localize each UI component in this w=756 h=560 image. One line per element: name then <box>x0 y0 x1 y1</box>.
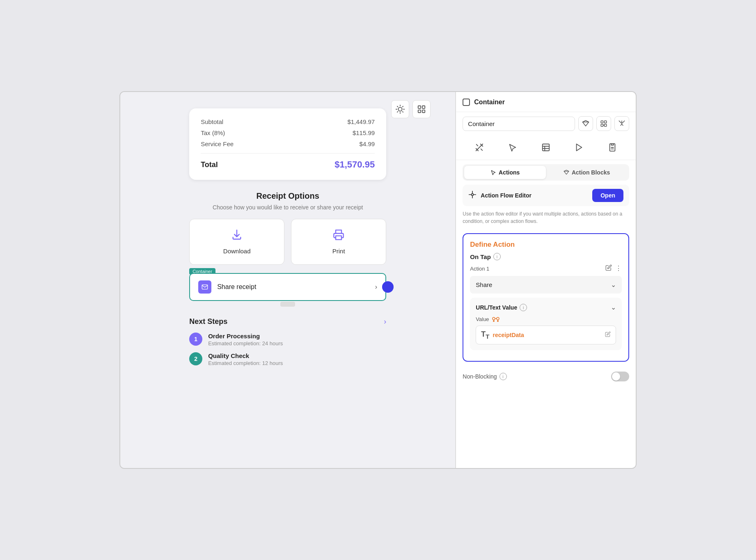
step-title-1: Order Processing <box>208 333 283 340</box>
toggle-knob <box>612 372 620 381</box>
resize-handle[interactable] <box>280 302 295 307</box>
svg-point-0 <box>399 107 402 111</box>
diagram-icon-btn[interactable] <box>412 100 431 118</box>
container-name-input[interactable] <box>463 117 575 131</box>
left-panel: Subtotal $1,449.97 Tax (8%) $115.99 Serv… <box>120 92 455 468</box>
actions-tabs: Actions Action Blocks <box>463 164 629 181</box>
tab-actions[interactable]: Actions <box>464 166 546 179</box>
step-content-2: Quality Check Estimated completion: 12 h… <box>208 352 283 366</box>
url-text-label: URL/Text Value <box>476 304 517 311</box>
step-item-2: 2 Quality Check Estimated completion: 12… <box>189 352 386 366</box>
svg-rect-14 <box>601 121 603 123</box>
service-value: $4.99 <box>360 140 375 147</box>
print-label: Print <box>332 248 345 255</box>
open-button[interactable]: Open <box>592 189 623 202</box>
rp-header: Container <box>456 99 636 112</box>
tax-row: Tax (8%) $115.99 <box>201 129 375 136</box>
svg-line-7 <box>397 112 398 112</box>
define-action-title: Define Action <box>470 241 622 249</box>
style-icon-btn[interactable] <box>614 116 629 131</box>
options-buttons: Download Print <box>189 219 386 265</box>
svg-line-8 <box>403 106 403 107</box>
action1-more-icon[interactable]: ⋮ <box>615 264 622 273</box>
play-icon[interactable] <box>571 139 587 156</box>
step-title-2: Quality Check <box>208 352 283 359</box>
gem-icon-btn[interactable] <box>578 116 593 131</box>
receipt-card: Subtotal $1,449.97 Tax (8%) $115.99 Serv… <box>189 108 386 180</box>
step-desc-1: Estimated completion: 24 hours <box>208 340 283 347</box>
receipt-data-text: receiptData <box>493 332 524 338</box>
download-icon <box>231 229 243 243</box>
tab-actions-label: Actions <box>499 169 520 176</box>
svg-marker-24 <box>577 144 582 151</box>
svg-line-4 <box>403 112 403 112</box>
svg-rect-12 <box>422 110 425 112</box>
url-text-chevron[interactable]: ⌄ <box>611 303 616 311</box>
svg-rect-17 <box>601 124 603 126</box>
add-component-icon-btn[interactable] <box>596 116 611 131</box>
total-label: Total <box>201 161 218 169</box>
container-checkbox[interactable] <box>463 99 470 106</box>
receipt-data-row: TT receiptData <box>476 326 616 344</box>
tab-action-blocks-label: Action Blocks <box>572 169 610 176</box>
step-num-1: 1 <box>189 333 202 346</box>
tax-value: $115.99 <box>353 129 375 136</box>
print-icon <box>333 229 344 243</box>
connector-dot <box>382 281 394 293</box>
action-flow-desc: Use the action flow editor if you want m… <box>456 210 636 229</box>
url-text-header: URL/Text Value i ⌄ <box>476 303 616 311</box>
tt-icon: TT <box>481 330 489 340</box>
next-steps-chevron[interactable]: › <box>384 317 386 326</box>
non-blocking-label: Non-Blocking <box>463 373 497 380</box>
action-flow-row: Action Flow Editor Open <box>463 185 629 206</box>
url-text-info-icon[interactable]: i <box>520 304 527 311</box>
svg-point-32 <box>493 320 495 322</box>
svg-rect-20 <box>543 144 550 151</box>
crossed-tools-icon[interactable] <box>471 139 488 156</box>
share-dropdown[interactable]: Share ⌄ <box>470 276 622 294</box>
non-blocking-toggle[interactable] <box>611 372 629 381</box>
action1-label: Action 1 <box>470 266 489 272</box>
value-label: Value <box>476 316 489 322</box>
action1-edit-icon[interactable] <box>605 264 612 273</box>
container-wrapper: Container Share receipt › <box>189 273 386 301</box>
service-label: Service Fee <box>201 140 234 147</box>
download-button[interactable]: Download <box>189 219 284 265</box>
subtotal-row: Subtotal $1,449.97 <box>201 118 375 125</box>
svg-rect-10 <box>422 106 425 108</box>
icon-row <box>456 135 636 160</box>
receipt-data-edit-icon[interactable] <box>605 331 611 338</box>
svg-point-30 <box>497 317 499 320</box>
on-tap-info-icon[interactable]: i <box>493 253 501 260</box>
container-input-row <box>456 112 636 135</box>
share-chevron-icon: › <box>375 283 377 291</box>
print-button[interactable]: Print <box>291 219 386 265</box>
clipboard-icon[interactable] <box>604 139 621 156</box>
left-toolbar <box>391 100 431 118</box>
cursor-icon[interactable] <box>504 139 521 156</box>
tax-label: Tax (8%) <box>201 129 225 136</box>
svg-point-33 <box>497 320 499 322</box>
receipt-options: Receipt Options Choose how you would lik… <box>189 191 386 301</box>
svg-line-3 <box>397 106 398 107</box>
tab-action-blocks[interactable]: Action Blocks <box>546 166 628 179</box>
non-blocking-left: Non-Blocking i <box>463 373 506 380</box>
table-icon[interactable] <box>538 139 554 156</box>
next-steps-header: Next Steps › <box>189 317 386 326</box>
main-container: Subtotal $1,449.97 Tax (8%) $115.99 Serv… <box>119 91 637 469</box>
subtotal-label: Subtotal <box>201 118 223 125</box>
share-mail-icon <box>198 280 211 294</box>
subtotal-value: $1,449.97 <box>347 118 375 125</box>
define-action-section: Define Action On Tap i Action 1 ⋮ <box>463 233 629 362</box>
next-steps: Next Steps › 1 Order Processing Estimate… <box>189 317 386 372</box>
value-icon <box>492 317 500 322</box>
next-steps-title: Next Steps <box>189 317 227 326</box>
share-receipt-row[interactable]: Share receipt › <box>189 273 386 301</box>
non-blocking-info-icon[interactable]: i <box>499 373 507 380</box>
action1-row: Action 1 ⋮ <box>470 264 622 273</box>
sun-icon-btn[interactable] <box>391 100 409 118</box>
total-row: Total $1,570.95 <box>201 159 375 170</box>
step-num-2: 2 <box>189 352 202 365</box>
step-content-1: Order Processing Estimated completion: 2… <box>208 333 283 347</box>
url-text-left: URL/Text Value i <box>476 304 527 311</box>
